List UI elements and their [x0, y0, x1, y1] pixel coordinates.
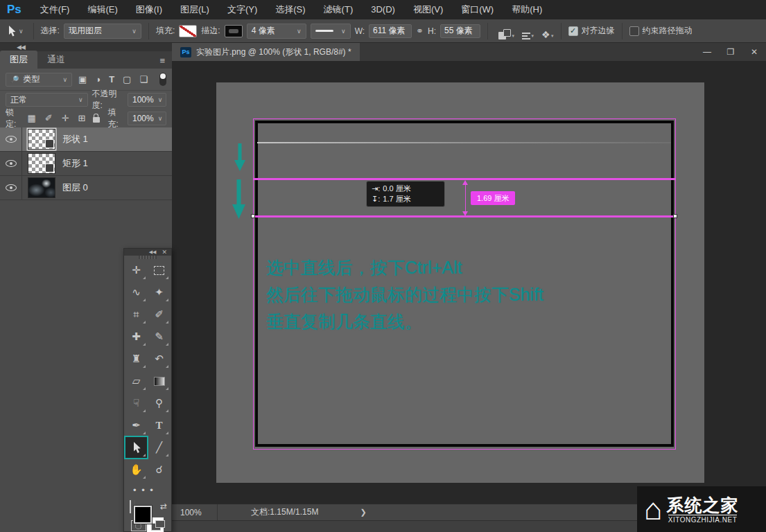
tool-smudge[interactable]: ☟ — [125, 392, 148, 414]
tool-brush[interactable]: ✎ — [148, 326, 171, 348]
menu-image[interactable]: 图像(I) — [127, 0, 171, 19]
checkbox-checked-icon[interactable]: ✓ — [568, 26, 578, 36]
close-button[interactable]: ✕ — [742, 44, 766, 60]
stroke-type-combo[interactable]: ∨ — [311, 24, 351, 39]
tool-zoom[interactable]: ☌ — [148, 459, 171, 481]
tool-move[interactable]: ✛ — [125, 259, 148, 281]
canvas-area[interactable]: ⇥:0.0 厘米 ↧:1.7 厘米 1.69 厘米 选中直线后，按下Ctrl+A… — [172, 61, 766, 504]
tool-spot-healing[interactable]: ✚ — [125, 326, 148, 348]
filter-adjustment-layers-icon[interactable]: ◑ — [93, 74, 103, 85]
swap-colors-icon[interactable]: ⇄ — [160, 502, 167, 511]
original-gray-line[interactable] — [257, 142, 671, 143]
layer-thumbnail[interactable] — [28, 153, 55, 174]
layer-thumbnail[interactable] — [28, 177, 55, 198]
path-arrangement-icon: ❖ — [541, 30, 550, 39]
eye-icon[interactable] — [6, 184, 17, 191]
filter-type-layers-icon[interactable]: T — [107, 74, 116, 85]
tool-hand[interactable]: ✋ — [125, 459, 148, 481]
canvas-image[interactable]: ⇥:0.0 厘米 ↧:1.7 厘米 1.69 厘米 选中直线后，按下Ctrl+A… — [216, 82, 704, 483]
minimize-button[interactable]: — — [695, 44, 719, 60]
tool-eraser[interactable]: ▱ — [125, 370, 148, 392]
menu-help[interactable]: 帮助(H) — [503, 0, 551, 19]
tool-history-brush[interactable]: ↶ — [148, 348, 171, 370]
layer-row-shape1[interactable]: 形状 1 — [0, 127, 172, 152]
align-edges-option[interactable]: ✓ 对齐边缘 — [568, 25, 615, 37]
link-dimensions-icon[interactable]: ⚭ — [416, 26, 424, 36]
stroke-width-combo[interactable]: 4 像素 ∨ — [247, 24, 306, 39]
foreground-color-swatch[interactable] — [134, 506, 152, 524]
path-alignment-button[interactable]: ▾ — [519, 23, 534, 39]
line-end-handle-right[interactable] — [673, 214, 677, 218]
opacity-combo[interactable]: 100% ∨ — [128, 93, 166, 107]
tool-dodge[interactable]: ⚲ — [148, 392, 171, 414]
tool-type[interactable]: T — [148, 414, 171, 436]
close-toolbox-icon[interactable]: ✕ — [162, 249, 167, 256]
menu-filter[interactable]: 滤镜(T) — [315, 0, 363, 19]
line-end-handle-left[interactable] — [251, 214, 255, 218]
tool-quick-selection[interactable]: ✦ — [148, 281, 171, 303]
path-arrangement-button[interactable]: ❖ ▾ — [538, 23, 554, 39]
layer-name[interactable]: 形状 1 — [62, 133, 88, 145]
filter-shape-layers-icon[interactable]: ▢ — [121, 74, 133, 85]
tool-pen[interactable]: ✒ — [125, 414, 148, 436]
current-tool-button[interactable]: ∨ — [4, 26, 26, 37]
layer-row-layer0[interactable]: 图层 0 — [0, 176, 172, 200]
eye-icon[interactable] — [6, 136, 17, 143]
visibility-cell[interactable] — [0, 127, 22, 151]
layer-filter-combo[interactable]: 🔎 类型 ∨ — [6, 73, 72, 87]
tab-layers[interactable]: 图层 — [0, 51, 37, 69]
lock-transparent-pixels-icon[interactable]: ▦ — [25, 113, 37, 123]
edit-toolbar-button[interactable]: • • • — [125, 481, 171, 499]
layer-row-rect1[interactable]: 矩形 1 — [0, 152, 172, 176]
maximize-button[interactable]: ❐ — [719, 44, 742, 60]
layer-name[interactable]: 矩形 1 — [62, 157, 88, 170]
tab-channels[interactable]: 通道 — [37, 51, 75, 69]
lock-all-icon[interactable] — [93, 117, 100, 123]
tool-eyedropper[interactable]: ✐ — [148, 303, 171, 326]
filter-smart-objects-icon[interactable]: ❏ — [137, 74, 150, 85]
layer-fill-combo[interactable]: 100% ∨ — [128, 112, 166, 125]
layer-thumbnail[interactable] — [28, 129, 55, 150]
tool-clone-stamp[interactable]: ♜ — [125, 348, 148, 370]
menu-type[interactable]: 文字(Y) — [218, 0, 266, 19]
menu-edit[interactable]: 编辑(E) — [78, 0, 126, 19]
menu-select[interactable]: 选择(S) — [266, 0, 314, 19]
menu-window[interactable]: 窗口(W) — [452, 0, 503, 19]
menu-file[interactable]: 文件(F) — [31, 0, 79, 19]
shape-width-field[interactable]: 611 像素 — [369, 24, 412, 38]
tool-line[interactable]: ╱ — [148, 436, 171, 459]
tool-path-selection-selected[interactable] — [125, 436, 148, 459]
lock-position-icon[interactable]: ✛ — [60, 113, 71, 123]
fill-swatch-none[interactable] — [179, 25, 197, 37]
constrain-path-option[interactable]: 约束路径拖动 — [629, 25, 693, 37]
menu-view[interactable]: 视图(V) — [404, 0, 452, 19]
menu-3d[interactable]: 3D(D) — [362, 0, 404, 19]
visibility-cell[interactable] — [0, 176, 22, 200]
filter-toggle-switch[interactable] — [159, 73, 166, 86]
select-mode-combo[interactable]: 现用图层 ∨ — [64, 24, 141, 39]
zoom-level-field[interactable]: 100% — [172, 504, 218, 520]
collapse-toolbox-icon[interactable]: ◀◀ — [149, 249, 157, 255]
stroke-swatch-black[interactable] — [225, 25, 243, 37]
panel-menu-icon[interactable]: ≡ — [153, 55, 172, 69]
collapse-dock-icon[interactable]: ◀◀ — [17, 44, 25, 51]
menu-layer[interactable]: 图层(L) — [171, 0, 218, 19]
filter-pixel-layers-icon[interactable]: ▣ — [76, 74, 89, 85]
tool-gradient[interactable] — [148, 370, 171, 392]
tool-lasso[interactable]: ∿ — [125, 281, 148, 303]
lock-artboard-icon[interactable]: ⊞ — [76, 113, 88, 123]
visibility-cell[interactable] — [0, 152, 22, 175]
tool-crop[interactable]: ⌗ — [125, 303, 148, 326]
path-operations-button[interactable]: ▾ — [495, 23, 514, 39]
layer-fill-value: 100% — [132, 114, 154, 123]
document-tab[interactable]: Ps 实验图片.png @ 100% (形状 1, RGB/8#) * — [172, 43, 360, 61]
status-options-chevron[interactable]: ❯ — [318, 508, 366, 517]
blend-mode-combo[interactable]: 正常 ∨ — [6, 93, 88, 107]
shape-height-field[interactable]: 55 像素 — [440, 24, 480, 38]
checkbox-unchecked-icon[interactable] — [629, 26, 639, 36]
lock-image-pixels-icon[interactable]: ✐ — [43, 113, 55, 123]
screen-mode-button[interactable] — [151, 520, 165, 531]
tool-marquee[interactable] — [148, 259, 171, 281]
eye-icon[interactable] — [6, 160, 17, 167]
layer-name[interactable]: 图层 0 — [62, 181, 88, 194]
